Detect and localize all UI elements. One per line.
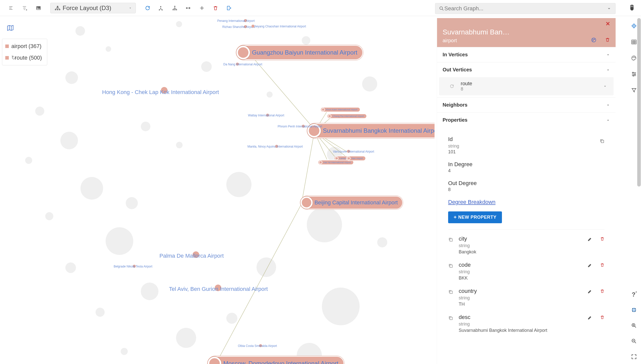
zoom-out-icon[interactable] [631,338,637,344]
prop-id-label: Id [448,136,605,143]
export-icon[interactable] [226,5,232,11]
table-icon[interactable] [631,39,637,45]
search-bar[interactable] [435,3,616,14]
help-icon[interactable]: ? [631,291,637,298]
svg-rect-34 [450,265,452,267]
delete-icon[interactable] [212,5,219,11]
copy-icon[interactable] [448,315,453,321]
delete-icon[interactable] [600,315,605,321]
graph-node-label: Da Nang International Airport [223,63,262,66]
svg-point-29 [593,39,593,39]
copy-icon[interactable] [600,139,605,144]
funnel-icon[interactable] [631,87,637,94]
delete-icon[interactable] [605,37,610,43]
right-rail-bottom: ? [628,291,640,360]
zoom-in-icon[interactable] [631,322,637,329]
section-properties[interactable]: Properties [437,113,616,127]
layout-dropdown[interactable]: Force Layout (D3) [50,3,136,13]
graph-node[interactable]: Guangzhou Baiyun International Airport [236,45,363,60]
property-row: countrystringTH [448,284,605,310]
graph-node-label: Tel Aviv, Ben Gurion International Airpo… [169,286,268,292]
refresh-icon [450,84,454,88]
graph-node[interactable]: Beijing Capital International Airport [301,196,403,209]
filter-add-icon[interactable] [22,5,28,11]
graph-canvas[interactable]: Guangzhou Baiyun International Airport S… [0,16,435,364]
section-out-vertices[interactable]: Out Vertices [437,62,616,77]
svg-point-8 [160,6,161,7]
degree-breakdown-link[interactable]: Degree Breakdown [448,199,605,205]
panel-title: Suvarnabhumi Ban… [443,28,610,38]
new-property-button[interactable]: +NEW PROPERTY [448,211,502,223]
graph-node-label: Jieyang Chaoshan International Airport [254,25,306,28]
section-neighbors[interactable]: Neighbors [437,98,616,112]
svg-point-17 [634,26,634,26]
svg-point-22 [632,72,633,73]
property-row: codestringBKK [448,258,605,284]
graph-node-label: Belgrade Nikola Tesla Airport [114,265,152,268]
prop-indeg-value: 4 [448,168,605,173]
palette-icon[interactable] [591,37,596,43]
svg-point-9 [174,6,175,7]
panel-header: ✕ Suvarnabhumi Ban… airport [437,18,616,47]
svg-rect-35 [450,291,452,294]
graph-node-label: Vancouver International Airport [333,150,374,153]
target-icon[interactable] [631,23,637,29]
search-icon [439,6,444,11]
edit-icon[interactable] [587,263,592,268]
image-icon[interactable] [35,5,42,11]
edit-icon[interactable] [587,237,592,242]
copy-icon[interactable] [448,263,453,268]
chevron-down-icon [603,84,607,88]
svg-point-12 [176,9,177,10]
edit-icon[interactable] [587,315,592,321]
close-icon[interactable]: ✕ [606,21,610,27]
collapse-center-icon[interactable] [631,307,637,313]
chevron-down-icon[interactable] [606,6,612,11]
search-input[interactable] [444,5,606,12]
sliders-icon[interactable] [631,71,637,77]
graph-node-label: Olbia Costa Smeralda Airport [238,344,277,348]
graph-edges [0,16,435,364]
graph-node-label: Penang International Airport [217,19,255,23]
out-vertex-route[interactable]: route8 [439,77,614,95]
prop-outdeg-value: 8 [448,187,605,192]
graph-node-label: Palma De Mallorca Airport [159,253,224,259]
prop-outdeg-label: Out Degree [448,180,605,187]
panel-scrollbar[interactable] [637,18,641,187]
section-in-vertices[interactable]: In Vertices [437,47,616,62]
graph-node[interactable]: Chiang Rai International Airport [327,114,367,119]
add-icon[interactable] [199,5,205,11]
delete-icon[interactable] [600,289,605,295]
graph-node-label: Rizhao Shanzihe Airport [222,25,255,29]
branch-icon[interactable] [158,5,164,11]
graph-node[interactable]: Suvarnabhumi Bangkok International Airpo… [307,123,435,138]
palette-icon[interactable] [631,55,637,61]
svg-rect-36 [450,317,452,320]
graph-node[interactable]: Moscow, Domodedovo International Airport [208,356,344,364]
delete-icon[interactable] [600,263,605,268]
collapse-icon[interactable] [8,5,15,11]
chevron-up-icon [606,68,610,72]
copy-icon[interactable] [448,289,453,294]
prop-id-type: string [448,144,605,149]
property-row: citystringBangkok [448,232,605,258]
edit-icon[interactable] [587,289,592,295]
mouse-icon[interactable] [629,4,635,12]
delete-icon[interactable] [600,237,605,242]
fullscreen-icon[interactable] [631,353,637,360]
copy-icon[interactable] [448,237,453,242]
svg-point-10 [173,9,174,10]
graph-node[interactable]: Nan Airport [346,156,366,161]
svg-point-11 [174,9,175,10]
graph-node-label: Manila, Ninoy Aquino International Airpo… [247,145,303,148]
graph-node-label: Hong Kong - Chek Lap Kok International A… [102,89,219,96]
graph-node-label: Wattay International Airport [248,114,284,117]
tree-icon[interactable] [172,5,178,11]
edge-icon[interactable] [185,5,192,11]
chevron-down-icon [606,53,610,57]
svg-text:?: ? [632,291,635,298]
reload-icon[interactable] [144,5,151,11]
graph-node[interactable]: Khon Kaen International Airport [320,107,360,112]
svg-rect-32 [601,140,604,143]
svg-point-28 [592,38,596,42]
